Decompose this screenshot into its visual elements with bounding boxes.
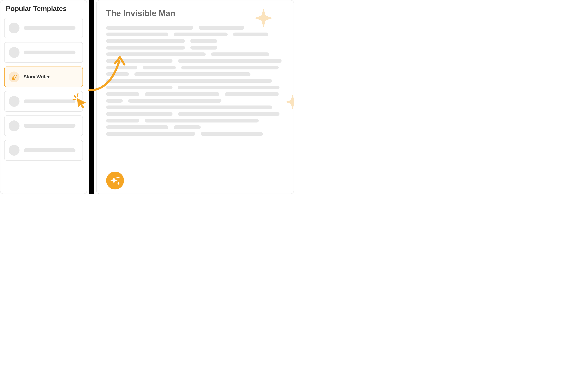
text-line-placeholder (225, 92, 279, 96)
quill-icon (9, 72, 20, 82)
text-line-placeholder (106, 26, 193, 30)
sparkle-star-icon (285, 95, 294, 109)
text-line-placeholder (106, 99, 123, 103)
text-line-placeholder (106, 125, 168, 129)
template-label-placeholder (24, 99, 75, 103)
template-list: Story Writer (4, 18, 83, 161)
template-label-placeholder (24, 148, 75, 152)
text-line-placeholder (181, 66, 279, 70)
template-item-story-writer[interactable]: Story Writer (4, 67, 83, 87)
sparkle-star-icon (254, 9, 273, 27)
sparkles-badge[interactable] (106, 172, 124, 190)
text-line-placeholder (190, 46, 217, 49)
text-line-placeholder (106, 119, 139, 122)
text-line-placeholder (178, 112, 279, 116)
sparkles-icon (109, 175, 121, 186)
text-line-placeholder (106, 132, 195, 136)
template-label-placeholder (24, 124, 75, 128)
template-label: Story Writer (24, 74, 50, 80)
text-line-placeholder (199, 26, 244, 30)
text-line-placeholder (143, 66, 176, 70)
text-line-placeholder (106, 52, 206, 56)
document-body-placeholder (106, 26, 284, 136)
text-line-placeholder (233, 33, 268, 36)
template-icon-placeholder (9, 121, 20, 131)
text-line-placeholder (190, 39, 217, 43)
text-line-placeholder (106, 66, 137, 70)
text-line-placeholder (145, 92, 219, 96)
text-line-placeholder (145, 119, 259, 122)
text-line-placeholder (106, 92, 139, 96)
text-line-placeholder (106, 33, 168, 36)
template-icon-placeholder (9, 47, 20, 58)
vertical-divider (89, 0, 94, 194)
sidebar-title: Popular Templates (4, 4, 83, 13)
text-line-placeholder (106, 112, 172, 116)
template-icon-placeholder (9, 145, 20, 156)
text-line-placeholder (174, 125, 201, 129)
text-line-placeholder (106, 72, 129, 76)
text-line-placeholder (106, 46, 185, 49)
text-line-placeholder (106, 59, 172, 63)
text-line-placeholder (178, 86, 279, 89)
template-item-placeholder[interactable] (4, 91, 83, 112)
text-line-placeholder (178, 59, 282, 63)
template-label-placeholder (24, 50, 75, 54)
text-line-placeholder (211, 52, 269, 56)
text-line-placeholder (106, 79, 272, 83)
text-line-placeholder (106, 39, 185, 43)
template-item-placeholder[interactable] (4, 18, 83, 38)
text-line-placeholder (106, 105, 272, 109)
document-preview: The Invisible Man (96, 0, 294, 194)
text-line-placeholder (128, 99, 221, 103)
template-icon-placeholder (9, 96, 20, 107)
template-item-placeholder[interactable] (4, 42, 83, 63)
templates-sidebar: Popular Templates Story Writer (0, 0, 87, 194)
text-line-placeholder (201, 132, 263, 136)
template-icon-placeholder (9, 23, 20, 33)
template-item-placeholder[interactable] (4, 116, 83, 136)
text-line-placeholder (106, 86, 172, 89)
text-line-placeholder (174, 33, 228, 36)
template-label-placeholder (24, 26, 75, 30)
template-item-placeholder[interactable] (4, 140, 83, 161)
text-line-placeholder (134, 72, 250, 76)
